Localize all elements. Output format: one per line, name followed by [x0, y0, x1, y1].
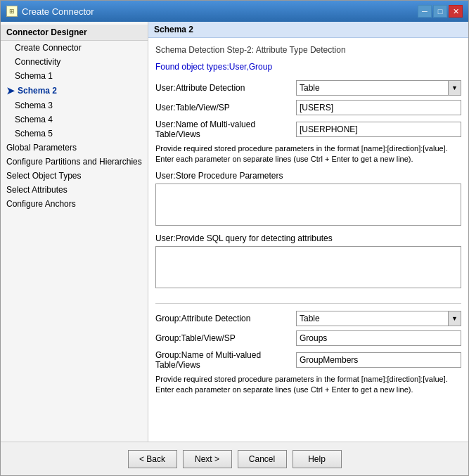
user-multivalued-label: User:Name of Multi-valuedTable/Views — [155, 120, 296, 139]
group-table-view-sp-label: Group:Table/View/SP — [155, 333, 296, 343]
sidebar-item-schema1[interactable]: Schema 1 — [1, 69, 148, 83]
sidebar-label-schema3: Schema 3 — [15, 101, 53, 110]
group-info-text: Provide required stored procedure parame… — [155, 374, 461, 396]
sidebar-label-global-parameters: Global Parameters — [6, 143, 77, 153]
user-multivalued-row: User:Name of Multi-valuedTable/Views — [155, 120, 461, 139]
group-attr-detection-dropdown-arrow[interactable]: ▼ — [448, 311, 461, 326]
found-types: Found object types:User,Group — [155, 62, 461, 72]
user-store-proc-textarea[interactable] — [155, 184, 461, 226]
group-attr-detection-select-wrapper[interactable]: Table View Stored Procedure ▼ — [296, 311, 461, 326]
sidebar-item-schema3[interactable]: Schema 3 — [1, 98, 148, 112]
close-button[interactable]: ✕ — [449, 5, 463, 18]
group-multivalued-row: Group:Name of Multi-valuedTable/Views — [155, 350, 461, 370]
minimize-button[interactable]: ─ — [418, 5, 432, 18]
sidebar-item-schema2[interactable]: ➤ Schema 2 — [1, 83, 148, 98]
group-attr-detection-row: Group:Attribute Detection Table View Sto… — [155, 311, 461, 326]
sidebar-item-schema4[interactable]: Schema 4 — [1, 112, 148, 127]
main-window: ⊞ Create Connector ─ □ ✕ Connector Desig… — [0, 0, 469, 476]
sidebar: Connector Designer Create Connector Conn… — [1, 22, 148, 442]
user-table-view-sp-row: User:Table/View/SP — [155, 100, 461, 115]
group-table-view-sp-input[interactable] — [296, 330, 461, 346]
title-buttons: ─ □ ✕ — [418, 5, 463, 18]
group-multivalued-input[interactable] — [296, 352, 461, 368]
section-divider — [155, 303, 461, 304]
user-attr-detection-wrapper: Table View Stored Procedure ▼ — [296, 80, 461, 96]
sidebar-header: Connector Designer — [1, 25, 148, 41]
group-attr-detection-wrapper: Table View Stored Procedure ▼ — [296, 311, 461, 326]
next-button[interactable]: Next > — [183, 450, 232, 468]
user-attr-detection-label: User:Attribute Detection — [155, 83, 296, 93]
user-table-view-sp-wrapper — [296, 100, 461, 115]
window-title: Create Connector — [22, 6, 94, 17]
group-multivalued-label: Group:Name of Multi-valuedTable/Views — [155, 350, 296, 370]
user-attr-detection-row: User:Attribute Detection Table View Stor… — [155, 80, 461, 96]
app-icon: ⊞ — [6, 6, 18, 17]
group-attr-detection-label: Group:Attribute Detection — [155, 314, 296, 323]
main-content: Connector Designer Create Connector Conn… — [1, 22, 468, 442]
group-table-view-sp-wrapper — [296, 330, 461, 346]
user-attr-detection-select[interactable]: Table View Stored Procedure — [297, 81, 448, 95]
maximize-button[interactable]: □ — [433, 5, 447, 18]
sidebar-label-connectivity: Connectivity — [15, 57, 60, 67]
sidebar-label-create-connector: Create Connector — [15, 43, 82, 53]
right-panel: Schema 2 Schema Detection Step-2: Attrib… — [148, 22, 468, 442]
sidebar-item-connectivity[interactable]: Connectivity — [1, 55, 148, 69]
group-attr-detection-select[interactable]: Table View Stored Procedure — [297, 311, 448, 326]
sidebar-item-configure-partitions[interactable]: Configure Partitions and Hierarchies — [1, 155, 148, 169]
panel-header: Schema 2 — [148, 22, 468, 38]
user-sql-query-textarea[interactable] — [155, 246, 461, 288]
user-attr-detection-select-wrapper[interactable]: Table View Stored Procedure ▼ — [296, 80, 461, 96]
user-multivalued-wrapper — [296, 122, 461, 137]
user-attr-detection-dropdown-arrow[interactable]: ▼ — [448, 81, 461, 95]
title-bar-left: ⊞ Create Connector — [6, 6, 94, 17]
sidebar-label-configure-anchors: Configure Anchors — [6, 199, 76, 209]
sidebar-item-select-object-types[interactable]: Select Object Types — [1, 169, 148, 183]
found-types-value: User,Group — [229, 62, 272, 72]
sidebar-label-configure-partitions: Configure Partitions and Hierarchies — [6, 157, 142, 167]
sidebar-label-schema1: Schema 1 — [15, 71, 53, 81]
sidebar-label-select-attributes: Select Attributes — [6, 185, 68, 195]
cancel-button[interactable]: Cancel — [238, 450, 287, 468]
arrow-icon: ➤ — [6, 85, 15, 96]
user-store-proc-label: User:Store Procedure Parameters — [155, 171, 461, 181]
back-button[interactable]: < Back — [128, 450, 177, 468]
group-multivalued-wrapper — [296, 352, 461, 368]
user-table-view-sp-input[interactable] — [296, 100, 461, 115]
sidebar-label-select-object-types: Select Object Types — [6, 171, 82, 181]
sidebar-item-global-parameters[interactable]: Global Parameters — [1, 141, 148, 155]
panel-body: Schema Detection Step-2: Attribute Type … — [148, 38, 468, 442]
title-bar: ⊞ Create Connector ─ □ ✕ — [1, 1, 468, 22]
user-multivalued-input[interactable] — [296, 122, 461, 137]
user-sql-query-label: User:Provide SQL query for detecting att… — [155, 233, 461, 243]
found-label: Found object types: — [155, 62, 229, 72]
sidebar-item-select-attributes[interactable]: Select Attributes — [1, 183, 148, 197]
sidebar-label-schema5: Schema 5 — [15, 129, 53, 139]
bottom-bar: < Back Next > Cancel Help — [1, 442, 468, 475]
user-table-view-sp-label: User:Table/View/SP — [155, 103, 296, 112]
sidebar-label-schema4: Schema 4 — [15, 115, 53, 124]
group-table-view-sp-row: Group:Table/View/SP — [155, 330, 461, 346]
section-title: Schema Detection Step-2: Attribute Type … — [155, 45, 461, 55]
sidebar-item-configure-anchors[interactable]: Configure Anchors — [1, 197, 148, 211]
sidebar-item-schema5[interactable]: Schema 5 — [1, 127, 148, 141]
sidebar-label-schema2: Schema 2 — [18, 86, 57, 96]
sidebar-item-create-connector[interactable]: Create Connector — [1, 41, 148, 55]
help-button[interactable]: Help — [293, 450, 342, 468]
user-info-text: Provide required stored procedure parame… — [155, 143, 461, 165]
